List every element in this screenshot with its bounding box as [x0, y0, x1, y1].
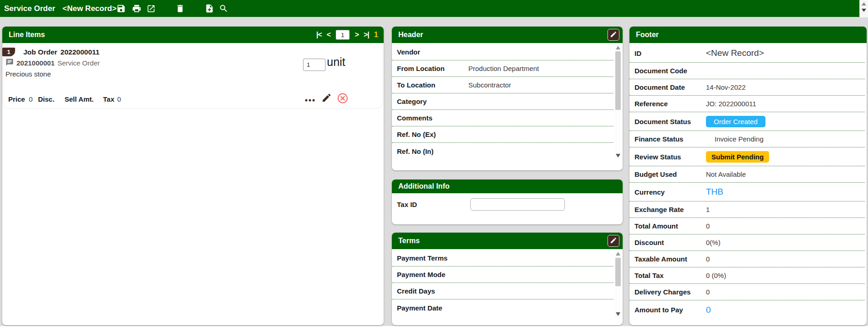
field-value: 0(%) — [706, 239, 721, 246]
prev-page-button[interactable]: < — [327, 31, 331, 39]
item-title: Job Order2022000011 — [23, 48, 99, 56]
unit-of-measure-label: unit — [327, 55, 345, 69]
scroll-up-icon[interactable] — [616, 252, 620, 256]
edit-header-button[interactable] — [608, 29, 619, 41]
save-icon — [116, 4, 126, 13]
field-row: Finance StatusInvoice Pending — [629, 131, 865, 147]
delete-button[interactable] — [174, 0, 186, 17]
field-label: Currency — [635, 188, 706, 196]
field-row: Total Amount0 — [629, 218, 865, 234]
item-document-ref: 2021000001Service Order — [16, 59, 100, 67]
scroll-thumb[interactable] — [615, 51, 621, 110]
field-row: Ref. No (In) — [392, 143, 613, 159]
field-label: Payment Terms — [397, 254, 468, 262]
additional-info-title: Additional Info — [398, 182, 450, 190]
field-row: Taxable Amount0 — [629, 251, 865, 267]
field-row: Total Tax0 (0%) — [629, 267, 865, 284]
open-external-button[interactable] — [145, 0, 157, 17]
field-label: Delivery Charges — [635, 288, 706, 296]
edit-item-button[interactable] — [321, 93, 332, 104]
footer-panel-title: Footer — [636, 31, 659, 39]
scroll-up-icon[interactable] — [862, 2, 866, 5]
scroll-down-icon[interactable] — [862, 9, 866, 12]
field-value: 1 — [706, 206, 710, 213]
additional-info-panel: Additional Info Tax ID — [392, 180, 623, 224]
header-scrollbar[interactable] — [615, 44, 622, 159]
line-items-panel: Line Items |< < > >| 1 1 Job Order202200… — [2, 27, 384, 325]
field-row: Vendor — [392, 44, 613, 60]
scroll-up-icon[interactable] — [616, 46, 620, 49]
total-pages-label: 1 — [374, 31, 378, 39]
field-row: Payment Mode — [392, 267, 613, 283]
open-external-icon — [146, 4, 156, 13]
footer-panel-bar: Footer — [629, 27, 867, 43]
last-page-button[interactable]: >| — [363, 31, 369, 39]
item-source-number: 2022000011 — [60, 48, 99, 56]
field-row: CurrencyTHB — [629, 183, 865, 201]
edit-pencil-icon — [610, 237, 617, 245]
terms-panel-title: Terms — [398, 237, 420, 245]
field-row: Tax ID — [392, 193, 623, 215]
additional-info-bar: Additional Info — [392, 180, 623, 193]
scroll-down-icon[interactable] — [616, 312, 620, 316]
field-label: Comments — [397, 114, 468, 122]
field-value: <New Record> — [706, 48, 764, 58]
scroll-thumb[interactable] — [615, 258, 621, 286]
field-row: Comments — [392, 110, 613, 126]
field-label: Document Status — [635, 118, 706, 125]
field-row: Document Date14-Nov-2022 — [629, 79, 865, 96]
sell-amount-label: Sell Amt. — [65, 95, 94, 103]
tax-id-input[interactable] — [470, 198, 565, 211]
price-value: 0 — [29, 95, 33, 103]
field-value: Subcontractor — [468, 81, 511, 89]
field-value: Invoice Pending — [715, 135, 764, 143]
line-items-title: Line Items — [9, 31, 45, 39]
field-label: Tax ID — [397, 201, 470, 208]
field-label: Ref. No (Ex) — [397, 131, 468, 138]
quantity-input[interactable] — [303, 59, 326, 71]
field-label: Amount to Pay — [635, 306, 706, 314]
footer-panel: Footer ID<New Record> Document Code Docu… — [629, 27, 867, 325]
new-document-icon — [205, 4, 214, 13]
field-label: Category — [397, 98, 468, 105]
item-document-type: Service Order — [57, 59, 100, 67]
currency-value[interactable]: THB — [706, 187, 723, 197]
next-page-button[interactable]: > — [355, 31, 358, 39]
field-label: To Location — [397, 81, 468, 89]
discount-label: Disc. — [38, 95, 54, 103]
field-row: Amount to Pay0 — [629, 300, 865, 319]
field-label: Reference — [635, 100, 706, 108]
scroll-down-icon[interactable] — [616, 154, 620, 158]
field-row: Document StatusOrder Created — [629, 112, 865, 131]
terms-rows: Payment Terms Payment Mode Credit Days P… — [392, 249, 613, 316]
field-value: JO: 2022000011 — [706, 100, 756, 108]
field-row: Ref. No (Ex) — [392, 126, 613, 143]
field-value: 0 — [706, 288, 710, 296]
trash-icon — [175, 4, 185, 13]
page-title: Service Order — [4, 4, 55, 13]
remove-item-button[interactable] — [337, 93, 348, 105]
terms-scrollbar[interactable] — [615, 250, 622, 318]
price-label: Price — [8, 95, 25, 103]
save-button[interactable] — [115, 0, 127, 17]
amount-to-pay-value: 0 — [706, 305, 711, 315]
item-document-number: 2021000001 — [16, 59, 54, 67]
search-icon — [219, 4, 228, 13]
search-button[interactable] — [217, 0, 229, 17]
print-button[interactable] — [130, 0, 142, 17]
top-toolbar: Service Order <New Record> — [0, 0, 859, 17]
field-row: Budget UsedNot Available — [629, 166, 865, 183]
first-page-button[interactable]: |< — [316, 31, 322, 39]
page-number-input[interactable] — [336, 30, 350, 40]
app-window: Service Order <New Record> Line Items |< — [0, 0, 868, 332]
field-row: Discount0(%) — [629, 234, 865, 251]
field-row: Document Code — [629, 63, 865, 79]
new-record-button[interactable] — [203, 0, 215, 17]
window-scrollbar[interactable] — [859, 0, 868, 17]
field-value: Production Department — [468, 65, 539, 72]
edit-terms-button[interactable] — [608, 235, 619, 247]
field-value: 0 (0%) — [706, 272, 726, 279]
field-label: Document Code — [635, 67, 706, 75]
more-actions-button[interactable] — [304, 97, 315, 103]
field-row: Delivery Charges0 — [629, 284, 865, 300]
